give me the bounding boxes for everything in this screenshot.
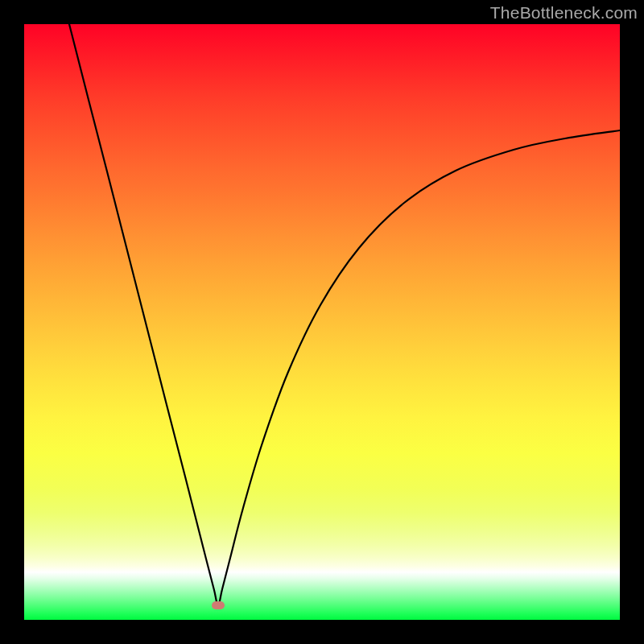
bottleneck-curve [24,24,620,620]
plot-area [24,24,620,620]
watermark-text: TheBottleneck.com [490,3,638,23]
chart-frame: TheBottleneck.com [0,0,644,644]
optimal-point-marker [212,601,225,609]
